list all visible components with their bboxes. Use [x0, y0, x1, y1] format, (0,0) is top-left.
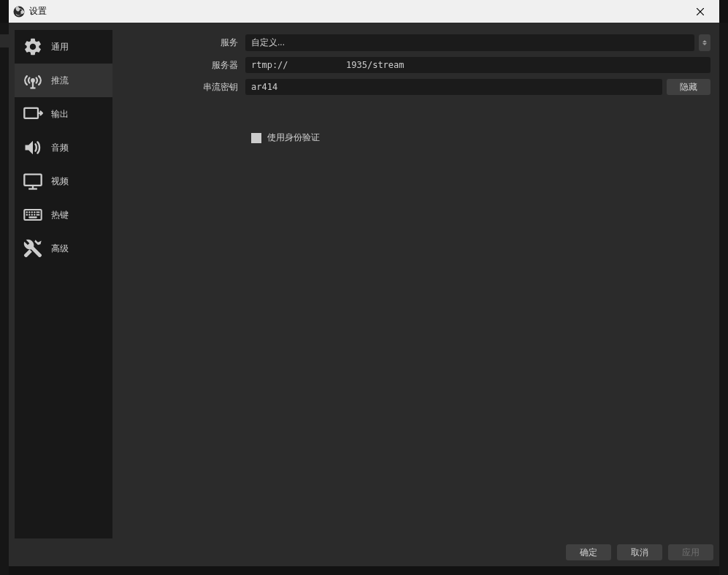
sidebar-item-audio[interactable]: 音频 — [15, 131, 112, 164]
sidebar-item-label: 视频 — [51, 175, 69, 188]
sidebar-item-advanced[interactable]: 高级 — [15, 232, 112, 265]
background-left-edge — [0, 23, 9, 575]
service-spinner[interactable] — [699, 34, 710, 51]
tools-icon — [22, 237, 44, 259]
speaker-icon — [22, 137, 44, 159]
sidebar-item-label: 通用 — [51, 41, 69, 53]
sidebar-item-hotkeys[interactable]: 热键 — [15, 198, 112, 232]
settings-dialog: 设置 通用 — [9, 0, 719, 566]
ok-button[interactable]: 确定 — [566, 544, 611, 560]
gear-icon — [22, 36, 44, 58]
sidebar-item-stream[interactable]: 推流 — [15, 64, 112, 97]
content-panel: 服务 自定义... 服务器 — [118, 30, 713, 538]
cancel-button[interactable]: 取消 — [617, 544, 662, 560]
sidebar-item-label: 音频 — [51, 142, 69, 154]
sidebar-item-label: 输出 — [51, 108, 69, 121]
service-select[interactable]: 自定义... — [245, 34, 694, 51]
sidebar-item-general[interactable]: 通用 — [15, 30, 112, 64]
keyboard-icon — [22, 204, 44, 226]
streamkey-input[interactable] — [245, 79, 662, 95]
streamkey-label: 串流密钥 — [121, 81, 245, 94]
close-button[interactable] — [686, 0, 715, 23]
close-icon — [697, 8, 704, 15]
output-icon — [22, 103, 44, 125]
titlebar: 设置 — [9, 0, 719, 23]
window-title: 设置 — [29, 5, 686, 18]
server-label: 服务器 — [121, 59, 245, 72]
sidebar: 通用 — [15, 30, 112, 538]
sidebar-item-video[interactable]: 视频 — [15, 164, 112, 198]
obs-icon — [13, 6, 25, 18]
svg-rect-7 — [24, 175, 41, 186]
svg-rect-6 — [24, 108, 38, 118]
sidebar-item-label: 推流 — [51, 75, 69, 87]
service-label: 服务 — [121, 37, 245, 49]
sidebar-item-label: 高级 — [51, 243, 69, 255]
apply-button[interactable]: 应用 — [668, 544, 713, 560]
monitor-icon — [22, 170, 44, 192]
service-value: 自定义... — [251, 37, 285, 49]
hide-button[interactable]: 隐藏 — [667, 79, 710, 95]
background-right-edge — [719, 23, 728, 575]
use-auth-checkbox[interactable] — [251, 133, 261, 143]
server-input[interactable] — [245, 57, 710, 73]
broadcast-icon — [22, 69, 44, 91]
sidebar-item-label: 热键 — [51, 209, 69, 221]
use-auth-label: 使用身份验证 — [267, 132, 320, 144]
button-bar: 确定 取消 应用 — [9, 538, 719, 566]
sidebar-item-output[interactable]: 输出 — [15, 97, 112, 131]
